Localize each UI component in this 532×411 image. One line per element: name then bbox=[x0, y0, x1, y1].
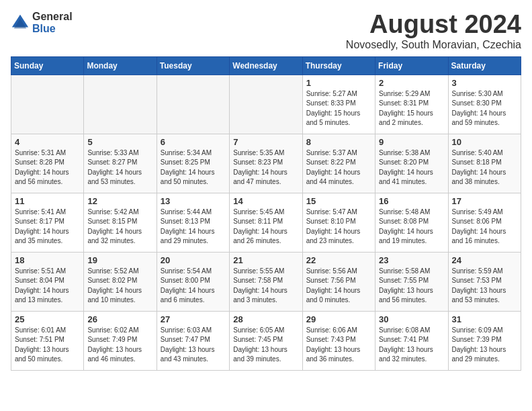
calendar-cell: 7Sunrise: 5:35 AM Sunset: 8:23 PM Daylig… bbox=[230, 134, 302, 193]
day-info: Sunrise: 5:37 AM Sunset: 8:22 PM Dayligh… bbox=[306, 148, 371, 187]
day-number: 17 bbox=[452, 196, 517, 206]
day-number: 24 bbox=[452, 255, 517, 265]
day-info: Sunrise: 5:33 AM Sunset: 8:27 PM Dayligh… bbox=[87, 148, 152, 187]
day-info: Sunrise: 5:58 AM Sunset: 7:55 PM Dayligh… bbox=[379, 267, 444, 306]
day-info: Sunrise: 5:41 AM Sunset: 8:17 PM Dayligh… bbox=[15, 208, 80, 246]
weekday-header-sunday: Sunday bbox=[11, 56, 84, 75]
calendar-cell: 21Sunrise: 5:55 AM Sunset: 7:58 PM Dayli… bbox=[230, 252, 302, 311]
calendar-cell: 2Sunrise: 5:29 AM Sunset: 8:31 PM Daylig… bbox=[375, 75, 448, 134]
calendar-cell: 4Sunrise: 5:31 AM Sunset: 8:28 PM Daylig… bbox=[11, 134, 84, 193]
weekday-header-saturday: Saturday bbox=[448, 56, 521, 75]
day-info: Sunrise: 5:27 AM Sunset: 8:33 PM Dayligh… bbox=[306, 89, 371, 128]
day-number: 18 bbox=[15, 255, 80, 265]
day-number: 21 bbox=[233, 255, 298, 265]
week-row-3: 11Sunrise: 5:41 AM Sunset: 8:17 PM Dayli… bbox=[11, 193, 521, 252]
calendar-cell: 10Sunrise: 5:40 AM Sunset: 8:18 PM Dayli… bbox=[448, 134, 521, 193]
day-number: 9 bbox=[379, 137, 444, 147]
calendar-cell: 25Sunrise: 6:01 AM Sunset: 7:51 PM Dayli… bbox=[11, 311, 84, 370]
logo-blue-text: Blue bbox=[32, 23, 73, 35]
weekday-header-row: SundayMondayTuesdayWednesdayThursdayFrid… bbox=[11, 56, 521, 75]
calendar-cell: 12Sunrise: 5:42 AM Sunset: 8:15 PM Dayli… bbox=[84, 193, 157, 252]
day-info: Sunrise: 6:01 AM Sunset: 7:51 PM Dayligh… bbox=[15, 326, 80, 365]
calendar-table: SundayMondayTuesdayWednesdayThursdayFrid… bbox=[11, 56, 521, 371]
calendar-cell: 19Sunrise: 5:52 AM Sunset: 8:02 PM Dayli… bbox=[84, 252, 157, 311]
day-info: Sunrise: 5:45 AM Sunset: 8:11 PM Dayligh… bbox=[233, 208, 298, 246]
day-info: Sunrise: 5:54 AM Sunset: 8:00 PM Dayligh… bbox=[161, 267, 226, 306]
day-number: 15 bbox=[306, 196, 371, 206]
weekday-header-wednesday: Wednesday bbox=[230, 56, 302, 75]
calendar-cell: 15Sunrise: 5:47 AM Sunset: 8:10 PM Dayli… bbox=[302, 193, 375, 252]
day-number: 4 bbox=[15, 137, 80, 147]
day-number: 19 bbox=[87, 255, 152, 265]
day-number: 8 bbox=[306, 137, 371, 147]
calendar-cell bbox=[11, 75, 84, 134]
day-info: Sunrise: 5:44 AM Sunset: 8:13 PM Dayligh… bbox=[161, 208, 226, 246]
day-info: Sunrise: 6:06 AM Sunset: 7:43 PM Dayligh… bbox=[306, 326, 371, 365]
day-number: 16 bbox=[379, 196, 444, 206]
week-row-5: 25Sunrise: 6:01 AM Sunset: 7:51 PM Dayli… bbox=[11, 311, 521, 370]
day-number: 25 bbox=[15, 314, 80, 324]
day-info: Sunrise: 5:38 AM Sunset: 8:20 PM Dayligh… bbox=[379, 148, 444, 187]
calendar-cell: 9Sunrise: 5:38 AM Sunset: 8:20 PM Daylig… bbox=[375, 134, 448, 193]
day-number: 30 bbox=[379, 314, 444, 324]
logo-icon bbox=[11, 13, 30, 32]
day-info: Sunrise: 5:30 AM Sunset: 8:30 PM Dayligh… bbox=[452, 89, 517, 128]
logo: General Blue bbox=[11, 11, 73, 34]
day-info: Sunrise: 5:29 AM Sunset: 8:31 PM Dayligh… bbox=[379, 89, 444, 128]
page-header: General Blue August 2024 Novosedly, Sout… bbox=[11, 11, 521, 51]
calendar-cell: 22Sunrise: 5:56 AM Sunset: 7:56 PM Dayli… bbox=[302, 252, 375, 311]
day-info: Sunrise: 5:42 AM Sunset: 8:15 PM Dayligh… bbox=[87, 208, 152, 246]
day-number: 3 bbox=[452, 78, 517, 88]
day-number: 12 bbox=[87, 196, 152, 206]
calendar-cell: 26Sunrise: 6:02 AM Sunset: 7:49 PM Dayli… bbox=[84, 311, 157, 370]
calendar-cell: 31Sunrise: 6:09 AM Sunset: 7:39 PM Dayli… bbox=[448, 311, 521, 370]
calendar-cell: 30Sunrise: 6:08 AM Sunset: 7:41 PM Dayli… bbox=[375, 311, 448, 370]
day-info: Sunrise: 5:34 AM Sunset: 8:25 PM Dayligh… bbox=[161, 148, 226, 187]
calendar-cell: 8Sunrise: 5:37 AM Sunset: 8:22 PM Daylig… bbox=[302, 134, 375, 193]
day-number: 14 bbox=[233, 196, 298, 206]
title-block: August 2024 Novosedly, South Moravian, C… bbox=[346, 11, 521, 51]
day-info: Sunrise: 6:09 AM Sunset: 7:39 PM Dayligh… bbox=[452, 326, 517, 365]
calendar-cell: 11Sunrise: 5:41 AM Sunset: 8:17 PM Dayli… bbox=[11, 193, 84, 252]
day-info: Sunrise: 5:35 AM Sunset: 8:23 PM Dayligh… bbox=[233, 148, 298, 187]
calendar-cell: 14Sunrise: 5:45 AM Sunset: 8:11 PM Dayli… bbox=[230, 193, 302, 252]
day-info: Sunrise: 5:31 AM Sunset: 8:28 PM Dayligh… bbox=[15, 148, 80, 187]
day-number: 5 bbox=[87, 137, 152, 147]
day-info: Sunrise: 5:40 AM Sunset: 8:18 PM Dayligh… bbox=[452, 148, 517, 187]
week-row-1: 1Sunrise: 5:27 AM Sunset: 8:33 PM Daylig… bbox=[11, 75, 521, 134]
calendar-cell: 13Sunrise: 5:44 AM Sunset: 8:13 PM Dayli… bbox=[157, 193, 229, 252]
day-info: Sunrise: 6:05 AM Sunset: 7:45 PM Dayligh… bbox=[233, 326, 298, 365]
calendar-cell: 27Sunrise: 6:03 AM Sunset: 7:47 PM Dayli… bbox=[157, 311, 229, 370]
day-number: 10 bbox=[452, 137, 517, 147]
day-number: 31 bbox=[452, 314, 517, 324]
day-info: Sunrise: 5:48 AM Sunset: 8:08 PM Dayligh… bbox=[379, 208, 444, 246]
day-number: 23 bbox=[379, 255, 444, 265]
day-number: 26 bbox=[87, 314, 152, 324]
calendar-cell bbox=[157, 75, 229, 134]
day-number: 29 bbox=[306, 314, 371, 324]
day-info: Sunrise: 5:52 AM Sunset: 8:02 PM Dayligh… bbox=[87, 267, 152, 306]
day-number: 2 bbox=[379, 78, 444, 88]
day-number: 1 bbox=[306, 78, 371, 88]
day-number: 20 bbox=[161, 255, 226, 265]
calendar-cell: 17Sunrise: 5:49 AM Sunset: 8:06 PM Dayli… bbox=[448, 193, 521, 252]
weekday-header-monday: Monday bbox=[84, 56, 157, 75]
day-number: 11 bbox=[15, 196, 80, 206]
week-row-4: 18Sunrise: 5:51 AM Sunset: 8:04 PM Dayli… bbox=[11, 252, 521, 311]
calendar-cell: 6Sunrise: 5:34 AM Sunset: 8:25 PM Daylig… bbox=[157, 134, 229, 193]
calendar-cell: 23Sunrise: 5:58 AM Sunset: 7:55 PM Dayli… bbox=[375, 252, 448, 311]
day-info: Sunrise: 5:51 AM Sunset: 8:04 PM Dayligh… bbox=[15, 267, 80, 306]
location-subtitle: Novosedly, South Moravian, Czechia bbox=[346, 39, 521, 51]
day-info: Sunrise: 6:03 AM Sunset: 7:47 PM Dayligh… bbox=[161, 326, 226, 365]
day-number: 28 bbox=[233, 314, 298, 324]
day-number: 22 bbox=[306, 255, 371, 265]
day-info: Sunrise: 5:49 AM Sunset: 8:06 PM Dayligh… bbox=[452, 208, 517, 246]
calendar-cell: 16Sunrise: 5:48 AM Sunset: 8:08 PM Dayli… bbox=[375, 193, 448, 252]
calendar-cell bbox=[84, 75, 157, 134]
calendar-cell: 18Sunrise: 5:51 AM Sunset: 8:04 PM Dayli… bbox=[11, 252, 84, 311]
calendar-cell bbox=[230, 75, 302, 134]
calendar-cell: 5Sunrise: 5:33 AM Sunset: 8:27 PM Daylig… bbox=[84, 134, 157, 193]
weekday-header-tuesday: Tuesday bbox=[157, 56, 229, 75]
day-info: Sunrise: 5:47 AM Sunset: 8:10 PM Dayligh… bbox=[306, 208, 371, 246]
weekday-header-friday: Friday bbox=[375, 56, 448, 75]
